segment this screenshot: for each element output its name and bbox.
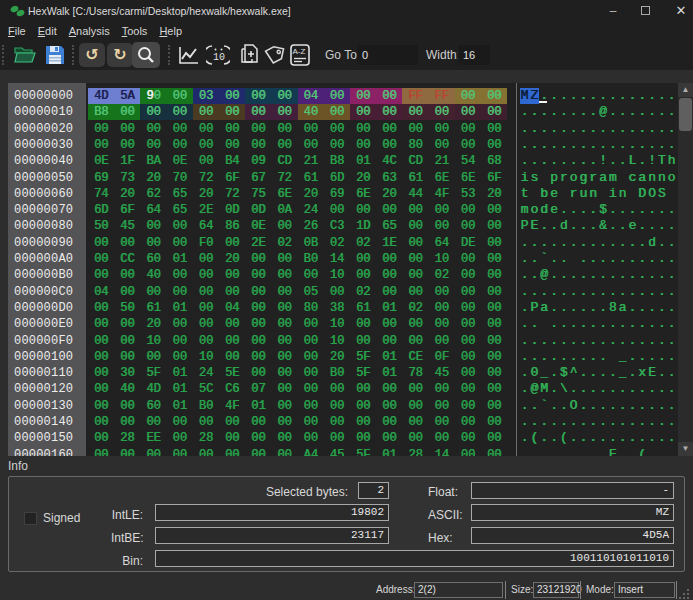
hex-byte[interactable]: 05 [298,284,324,300]
ascii-char[interactable]: . [588,284,598,300]
hex-byte[interactable]: 00 [245,104,271,120]
hex-byte[interactable]: 4C [376,153,402,169]
ascii-char[interactable]: . [588,137,598,153]
hex-byte[interactable]: 00 [324,88,350,104]
ascii-char[interactable]: . [598,251,608,267]
hex-byte[interactable]: 00 [429,398,455,414]
ascii-char[interactable]: . [598,381,608,397]
ascii-char[interactable]: . [608,121,618,137]
hex-byte[interactable]: 00 [88,381,114,397]
hex-byte[interactable]: 61 [298,170,324,186]
hex-byte[interactable]: 00 [455,300,481,316]
ascii-char[interactable]: & [598,218,608,234]
hex-byte[interactable]: B0 [298,251,324,267]
ascii-char[interactable]: . [588,316,598,332]
ascii-char[interactable]: _ [618,365,628,381]
ascii-char[interactable]: . [549,104,559,120]
hex-byte[interactable]: 00 [140,104,166,120]
hex-byte[interactable]: 00 [245,300,271,316]
ascii-char[interactable]: . [569,104,579,120]
hex-byte[interactable]: 00 [481,251,507,267]
hex-byte[interactable]: 6F [481,170,507,186]
hex-byte[interactable]: 40 [114,381,140,397]
hex-byte[interactable]: 00 [271,284,297,300]
hex-byte[interactable]: 1D [350,218,376,234]
hex-byte[interactable]: 00 [324,104,350,120]
ascii-char[interactable]: . [627,349,637,365]
ascii-char[interactable]: . [647,218,657,234]
ascii-char[interactable]: . [608,104,618,120]
hex-byte[interactable]: 4D [140,381,166,397]
ascii-char[interactable]: . [618,430,628,446]
hex-byte[interactable]: 00 [167,349,193,365]
ascii-char[interactable]: . [549,300,559,316]
hex-byte[interactable]: 1F [114,153,140,169]
hex-byte[interactable]: 00 [376,430,402,446]
hex-byte[interactable]: 00 [88,251,114,267]
hex-byte[interactable]: 00 [245,414,271,430]
ascii-char[interactable]: . [520,430,530,446]
hex-byte[interactable]: 00 [193,137,219,153]
ascii-char[interactable]: . [657,251,667,267]
ascii-char[interactable]: . [559,202,569,218]
hex-byte[interactable]: 00 [402,284,428,300]
ascii-char[interactable]: T [657,153,667,169]
ascii-char[interactable] [667,186,677,202]
hex-byte[interactable]: 63 [376,170,402,186]
ascii-char[interactable]: . [657,447,667,456]
hex-byte[interactable]: 45 [324,447,350,456]
hex-byte[interactable]: 00 [429,284,455,300]
ascii-char[interactable]: . [559,235,569,251]
ascii-char[interactable]: . [637,316,647,332]
ascii-char[interactable]: r [569,186,579,202]
hex-byte[interactable]: 00 [140,414,166,430]
ascii-char[interactable]: . [578,218,588,234]
ascii-char[interactable]: . [657,284,667,300]
hex-byte[interactable]: 01 [376,447,402,456]
ascii-char[interactable]: . [559,414,569,430]
ascii-char[interactable]: . [637,398,647,414]
hex-byte[interactable]: 20 [140,316,166,332]
hex-byte[interactable]: 02 [350,235,376,251]
hex-byte[interactable]: 02 [429,267,455,283]
hex-byte[interactable]: 00 [455,251,481,267]
ascii-char[interactable]: . [618,121,628,137]
hex-byte[interactable]: 6E [350,186,376,202]
hex-byte[interactable]: 00 [350,267,376,283]
hex-byte[interactable]: 5F [350,365,376,381]
hex-byte[interactable]: 00 [376,121,402,137]
hex-byte[interactable]: 72 [193,170,219,186]
ascii-char[interactable]: . [608,333,618,349]
hex-byte[interactable]: 40 [140,267,166,283]
ascii-char[interactable]: . [608,398,618,414]
ascii-char[interactable]: . [569,316,579,332]
ascii-char[interactable]: . [588,104,598,120]
hex-byte[interactable]: 00 [219,88,245,104]
ascii-char[interactable]: . [578,430,588,446]
hex-byte[interactable]: 00 [245,251,271,267]
ascii-char[interactable] [627,186,637,202]
ascii-char[interactable]: . [588,414,598,430]
ascii-char[interactable]: . [598,398,608,414]
hex-byte[interactable]: 00 [245,267,271,283]
hex-byte[interactable]: CE [402,349,428,365]
ascii-char[interactable]: . [520,300,530,316]
hex-byte[interactable]: 69 [324,186,350,202]
hex-byte[interactable]: 00 [481,430,507,446]
ascii-char[interactable]: . [539,218,549,234]
ascii-char[interactable]: . [578,333,588,349]
ascii-char[interactable]: . [657,316,667,332]
hex-byte[interactable]: B4 [219,153,245,169]
hex-byte[interactable]: 10 [429,251,455,267]
ascii-char[interactable]: . [539,235,549,251]
ascii-char[interactable]: . [637,267,647,283]
hex-byte[interactable]: 00 [271,365,297,381]
hex-byte[interactable]: 65 [376,218,402,234]
ascii-char[interactable]: . [578,447,588,456]
hex-byte[interactable]: 00 [481,104,507,120]
ascii-char[interactable]: . [657,104,667,120]
ascii-char[interactable]: . [529,153,539,169]
hex-byte[interactable]: 00 [245,447,271,456]
hex-byte[interactable]: 00 [324,202,350,218]
ascii-char[interactable]: . [598,284,608,300]
